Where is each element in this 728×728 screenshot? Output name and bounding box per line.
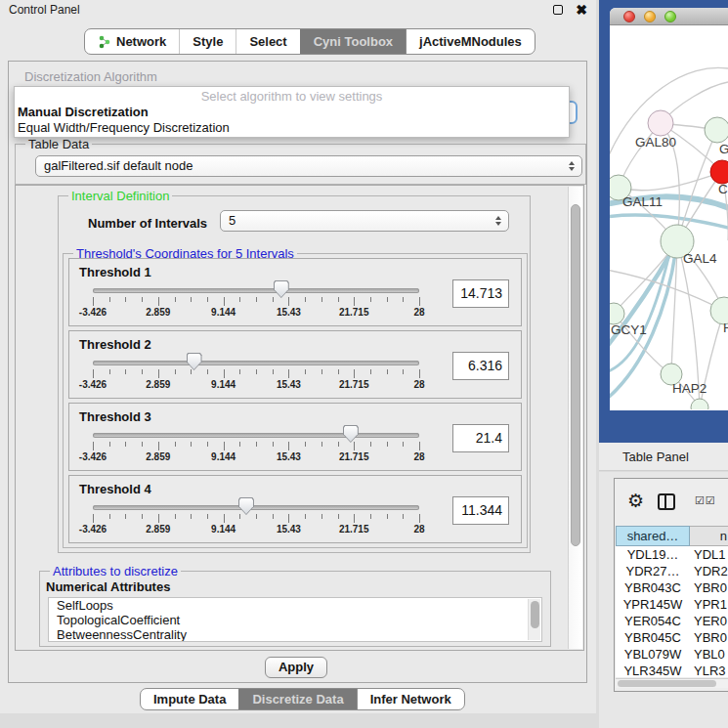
tick-mark <box>354 514 355 523</box>
table-row[interactable]: YBL079WYBL0 <box>616 646 728 663</box>
table-row[interactable]: YDR27…YDR2 <box>616 563 728 579</box>
threshold-slider[interactable]: -3.4262.8599.14415.4321.71528 <box>93 404 419 470</box>
network-node[interactable] <box>691 399 708 409</box>
tick-mark <box>354 297 355 306</box>
table-rows: YDL19…YDL1YDR27…YDR2YBR043CYBR0YPR145WYP… <box>616 546 728 677</box>
tab-cyni-toolbox[interactable]: Cyni Toolbox <box>300 29 406 54</box>
network-node-label: GCY1 <box>611 322 647 337</box>
tick-mark <box>239 297 240 302</box>
threshold-coordinates-group: Threshold's Coordinates for 5 Intervals … <box>63 253 528 548</box>
tick-mark <box>158 442 159 450</box>
gear-icon[interactable]: ⚙ <box>627 492 644 511</box>
apply-button[interactable]: Apply <box>265 657 327 678</box>
number-of-intervals-combobox[interactable]: 5 <box>220 210 509 232</box>
column-header-name[interactable]: n <box>690 526 728 546</box>
scrollbar-thumb[interactable] <box>531 601 539 628</box>
tick-mark <box>273 442 274 447</box>
combo-spinner-icon <box>495 211 501 231</box>
table-cell-shared-name: YBR043C <box>616 579 690 596</box>
table-data-combobox[interactable]: galFiltered.sif default node <box>35 155 582 177</box>
table-cell-shared-name: YLR345W <box>616 663 690 677</box>
table-row[interactable]: YBR045CYBR0 <box>616 629 728 646</box>
table-cell-name: YER0 <box>690 613 728 629</box>
table-cell-name: YBR0 <box>690 579 728 596</box>
network-node[interactable] <box>648 110 673 136</box>
attribute-list-scrollbar[interactable] <box>528 599 540 640</box>
tick-mark <box>288 442 289 450</box>
table-row[interactable]: YPR145WYPR1 <box>616 596 728 613</box>
scrollbar-thumb[interactable] <box>571 204 580 546</box>
tick-mark <box>207 442 208 447</box>
slider-thumb[interactable] <box>187 353 202 370</box>
minimize-traffic-light-icon[interactable] <box>644 11 656 22</box>
threshold-value-field[interactable]: 21.4 <box>452 424 509 452</box>
select-columns-icon[interactable]: ☑☑ <box>695 494 716 507</box>
zoom-traffic-light-icon[interactable] <box>664 11 676 22</box>
numerical-attributes-list[interactable]: SelfLoopsTopologicalCoefficientBetweenne… <box>48 597 542 642</box>
tab-jactivemnodules[interactable]: jActiveMNodules <box>406 29 535 54</box>
slider-thumb[interactable] <box>238 497 254 515</box>
network-node[interactable] <box>610 303 624 324</box>
tick-label: 28 <box>413 307 424 318</box>
attribute-list-item[interactable]: BetweennessCentrality <box>49 627 541 642</box>
close-traffic-light-icon[interactable] <box>623 11 635 22</box>
number-of-intervals-value: 5 <box>229 211 508 231</box>
tick-mark <box>256 297 257 302</box>
tick-label: 2.859 <box>146 524 170 535</box>
threshold-slider[interactable]: -3.4262.8599.14415.4321.71528 <box>93 331 419 398</box>
tick-mark <box>207 514 208 519</box>
dropdown-option[interactable]: Manual Discretization <box>15 105 569 120</box>
threshold-slider[interactable]: -3.4262.8599.14415.4321.71528 <box>93 259 419 325</box>
tab-network[interactable]: Network <box>85 29 179 54</box>
network-window-titlebar[interactable] <box>610 8 728 25</box>
table-row[interactable]: YBR043CYBR0 <box>616 579 728 596</box>
tick-mark <box>239 442 240 447</box>
attribute-list-item[interactable]: TopologicalCoefficient <box>49 613 541 627</box>
tick-mark <box>224 297 225 306</box>
panel-vertical-scrollbar[interactable] <box>568 187 582 649</box>
network-node-label: GAL11 <box>622 194 663 209</box>
scrollbar-thumb[interactable] <box>618 680 716 687</box>
threshold-slider[interactable]: -3.4262.8599.14415.4321.71528 <box>93 476 419 542</box>
table-horizontal-scrollbar[interactable] <box>616 678 728 688</box>
table-row[interactable]: YER054CYER0 <box>616 613 728 629</box>
network-node-label: GAL4 <box>683 251 717 266</box>
tick-mark <box>191 297 192 302</box>
close-icon[interactable]: ✖ <box>576 5 587 15</box>
interval-definition-group-title: Interval Definition <box>68 189 172 203</box>
network-node-label: H <box>723 321 728 335</box>
slider-track <box>93 433 419 438</box>
tick-label: 9.144 <box>211 307 236 318</box>
slider-ticks <box>93 369 419 378</box>
slider-thumb[interactable] <box>343 425 359 443</box>
threshold-value-field[interactable]: 14.713 <box>452 279 509 308</box>
tick-mark <box>338 369 339 374</box>
column-layout-icon[interactable] <box>658 493 675 510</box>
network-canvas[interactable]: GAL80GACGAL11GAL4GCY1HHAP2 <box>610 25 728 409</box>
tick-mark <box>419 514 420 523</box>
table-row[interactable]: YDL19…YDL1 <box>616 546 728 563</box>
tick-mark <box>256 369 257 374</box>
tab-style[interactable]: Style <box>179 29 236 54</box>
column-header-shared-name[interactable]: shared… <box>616 526 690 546</box>
tick-mark <box>109 369 110 374</box>
threshold-value-field[interactable]: 6.316 <box>452 352 509 380</box>
slider-tick-labels: -3.4262.8599.14415.4321.71528 <box>93 524 419 535</box>
tab-infer-network[interactable]: Infer Network <box>357 689 464 709</box>
dropdown-option[interactable]: Equal Width/Frequency Discretization <box>15 120 569 136</box>
tab-select[interactable]: Select <box>236 29 299 54</box>
tab-impute-data[interactable]: Impute Data <box>141 689 238 709</box>
network-node[interactable] <box>705 117 728 143</box>
tick-mark <box>321 369 322 374</box>
threshold-value-field[interactable]: 11.344 <box>452 496 509 525</box>
slider-thumb[interactable] <box>274 280 289 298</box>
tick-mark <box>354 369 355 378</box>
table-row[interactable]: YLR345WYLR3 <box>616 663 728 677</box>
tick-mark <box>256 442 257 447</box>
tab-discretize-data[interactable]: Discretize Data <box>238 689 356 709</box>
network-window-frame[interactable]: GAL80GACGAL11GAL4GCY1HHAP2 <box>599 0 728 443</box>
control-panel-titlebar: Control Panel ✖ <box>0 0 596 19</box>
attribute-list-item[interactable]: SelfLoops <box>49 598 541 613</box>
float-window-icon[interactable] <box>553 5 563 15</box>
tick-mark <box>142 369 143 374</box>
